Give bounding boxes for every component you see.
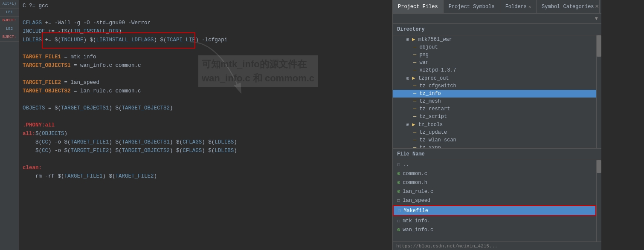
code-line: $(CC) -o $(TARGET_FILE1) $(TARGET_OBJECT… [19,138,392,147]
code-text: TARGET_FILE1 [23,53,61,61]
directory-dropdown[interactable]: ▼ [393,14,601,24]
code-text: TARGET_FILE2 [71,147,109,155]
file-page-icon: ☐ [397,197,400,204]
tree-item-tzproc_out[interactable]: ⊞ ▶ tzproc_out [393,74,596,82]
annotation-line1: 可知mtk_info的源文件在 [202,57,314,71]
code-text: $( [23,138,42,147]
file-item-common-c[interactable]: ⚙ common.c [393,169,596,178]
file-item-common-h[interactable]: ⚙ common.h [393,178,596,187]
tree-item-xl2tpd[interactable]: — xl2tpd-1.3.7 [393,66,596,74]
code-line [19,95,392,104]
file-c-icon: ⚙ [397,170,400,177]
tab-bar: Project Files Project Symbols Folders ✕ … [393,0,601,14]
sidebar-label-bject: BJECT: [0,17,19,25]
code-line [19,155,392,164]
tree-item-label: xl2tpd-1.3.7 [419,67,456,73]
code-text: = lan_speed [61,78,99,87]
tab-folders[interactable]: Folders ✕ [500,0,537,13]
file-item-label: wan_info.c [403,227,433,233]
file-list-scrollbar[interactable] [596,160,601,241]
panel-close-button[interactable]: ✕ [595,3,599,10]
code-text: ) [119,27,122,36]
tree-item-tz_xxno[interactable]: — tz_xxno [393,144,596,148]
folder-icon: ▶ [412,121,415,128]
tree-scrollbar[interactable] [596,35,601,148]
tab-project-files[interactable]: Project Files [393,0,444,13]
file-item-label: mtk_info. [403,218,430,224]
sidebar-labels: Alt+L) LE1 BJECT: LE2 BJECT: [0,0,19,250]
code-text: ) [234,147,237,155]
tree-item-tz_restart[interactable]: — tz_restart [393,105,596,113]
code-text: ) [64,129,68,138]
tab-folders-close[interactable]: ✕ [528,4,531,9]
tree-scrollbar-thumb[interactable] [597,35,601,57]
code-text: ) [170,104,173,112]
code-text: all: [23,129,35,138]
directory-tree[interactable]: ⊞ ▶ mtk7561_war — objout — png [393,35,596,148]
code-text: $( [35,129,42,138]
folder-icon: — [413,98,416,104]
tab-project-files-label: Project Files [398,4,438,10]
tab-project-symbols-label: Project Symbols [449,4,495,10]
tree-item-label: tz_script [419,114,447,120]
file-list-scrollbar-thumb[interactable] [597,160,601,173]
tree-item-tz_wlan_scan[interactable]: — tz_wlan_scan [393,136,596,144]
file-c-icon: ⚙ [397,188,400,195]
code-text: LIBINSTALL_LDFLAGS [96,36,154,44]
code-text: INCLUDE [23,27,45,36]
code-line: all:$(OBJECTS) [19,129,392,138]
code-text: ) $( [84,36,96,44]
file-item-lan-speed[interactable]: ☐ lan_speed [393,196,596,205]
folder-icon: — [413,91,416,97]
tree-item-png[interactable]: — png [393,51,596,59]
folder-icon: — [413,106,416,112]
tree-item-label: objout [419,44,438,50]
file-item-label: Makefile [403,208,428,214]
code-text: ) $( [170,138,183,147]
tree-item-tz_info[interactable]: — tz_info [393,90,596,98]
file-item-makefile[interactable]: ☐ Makefile [394,206,595,215]
code-text: CFLAGS [23,19,42,27]
file-item-label: common.c [403,171,427,177]
code-text: CFLAGS [183,147,202,155]
code-editor-panel: Alt+L) LE1 BJECT: LE2 BJECT: C ?= gcc CF… [0,0,392,250]
code-line: .PHONY:all [19,121,392,129]
folder-icon: — [413,60,416,66]
tree-item-tz_mesh[interactable]: — tz_mesh [393,98,596,105]
code-text: INCLUDE [61,36,84,44]
code-line: CFLAGS += -Wall -g -O -std=gnu99 -Werror [19,19,392,27]
file-item-wan-info-c[interactable]: ⚙ wan_info.c [393,225,596,234]
tab-symbol-categories[interactable]: Symbol Categories [537,0,599,13]
expand-icon: ⊞ [406,37,409,42]
tree-item-tz_cfgswitch[interactable]: — tz_cfgswitch [393,82,596,90]
right-panel: Project Files Project Symbols Folders ✕ … [392,0,601,250]
code-line: INCLUDE += -I$(LIB_INSTALL_DIR) [19,27,392,36]
tree-item-tz_tools[interactable]: ⊞ ▶ tz_tools [393,121,596,129]
file-item-label: lan_speed [403,198,430,204]
tree-item-war[interactable]: — war [393,59,596,66]
file-list[interactable]: ☐ .. ⚙ common.c ⚙ common.h ⚙ lan_rule.c … [393,160,596,241]
code-text: ) $( [202,147,215,155]
tree-section: ⊞ ▶ mtk7561_war — objout — png [393,35,601,148]
tree-item-label: tz_update [419,129,447,135]
file-item-lan-rule-c[interactable]: ⚙ lan_rule.c [393,187,596,196]
tree-item-objout[interactable]: — objout [393,43,596,51]
file-item-label: common.h [403,180,427,186]
code-text: TARGET_FILE2 [23,78,61,87]
expand-icon: ⊞ [406,76,409,81]
tree-item-mtk7561_war[interactable]: ⊞ ▶ mtk7561_war [393,35,596,43]
file-page-icon: ☐ [397,218,400,224]
code-text: ) $( [103,172,116,181]
file-item-parent[interactable]: ☐ .. [393,160,596,169]
tree-item-tz_update[interactable]: — tz_update [393,129,596,136]
tree-item-label: tz_xxno [419,145,441,148]
tree-item-label: tz_mesh [419,98,441,104]
code-line: LDLIBS += $(INCLUDE) $(LIBINSTALL_LDFLAG… [19,36,392,44]
tab-project-symbols[interactable]: Project Symbols [444,0,500,13]
file-item-mtk-info[interactable]: ☐ mtk_info. [393,216,596,225]
directory-label: Directory [397,26,425,32]
tree-item-tz_script[interactable]: — tz_script [393,113,596,121]
tab-folders-label: Folders [505,4,527,10]
code-line [19,112,392,121]
code-text: ) $( [109,104,122,112]
